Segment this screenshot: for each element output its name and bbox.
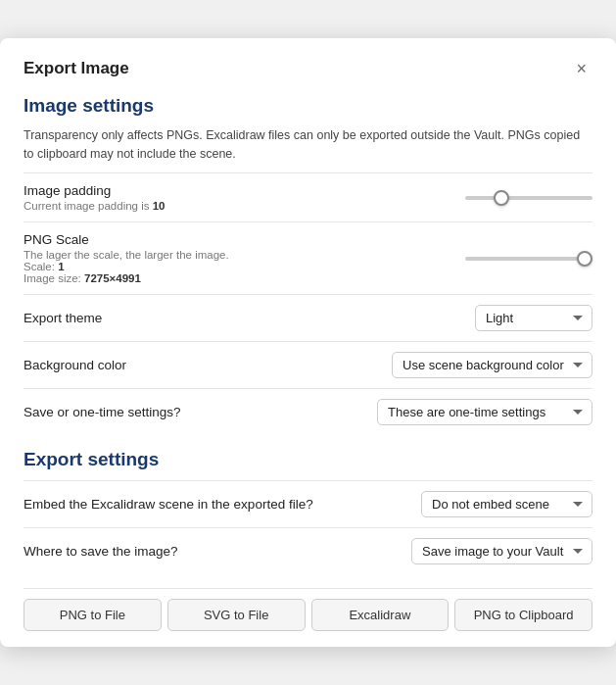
- png-scale-slider[interactable]: [465, 257, 592, 261]
- bottom-buttons: PNG to File SVG to File Excalidraw PNG t…: [24, 588, 592, 631]
- svg-to-file-button[interactable]: SVG to File: [167, 599, 306, 631]
- png-to-clipboard-button[interactable]: PNG to Clipboard: [454, 599, 592, 631]
- save-location-right: Save image to your Vault Save to custom …: [411, 538, 592, 564]
- save-location-row: Where to save the image? Save image to y…: [24, 527, 592, 574]
- background-color-label: Background color: [24, 358, 392, 372]
- background-color-row: Background color Use scene background co…: [24, 341, 592, 388]
- background-color-left: Background color: [24, 358, 392, 372]
- save-settings-dropdown[interactable]: These are one-time settings Save setting…: [377, 399, 592, 425]
- save-location-dropdown[interactable]: Save image to your Vault Save to custom …: [411, 538, 592, 564]
- save-settings-row: Save or one-time settings? These are one…: [24, 388, 592, 435]
- dialog-header: Export Image ×: [24, 58, 592, 79]
- image-padding-label: Image padding: [24, 183, 465, 198]
- background-color-right: Use scene background color White Transpa…: [392, 352, 592, 378]
- image-padding-left: Image padding Current image padding is 1…: [24, 183, 465, 212]
- export-theme-dropdown[interactable]: Light Dark: [475, 305, 592, 331]
- save-settings-right: These are one-time settings Save setting…: [377, 399, 592, 425]
- embed-scene-right: Do not embed scene Embed scene: [421, 491, 592, 517]
- embed-scene-left: Embed the Excalidraw scene in the export…: [24, 497, 421, 512]
- embed-scene-label: Embed the Excalidraw scene in the export…: [24, 497, 421, 512]
- embed-scene-row: Embed the Excalidraw scene in the export…: [24, 480, 592, 527]
- export-settings-section: Export settings Embed the Excalidraw sce…: [24, 449, 592, 574]
- png-to-file-button[interactable]: PNG to File: [24, 599, 162, 631]
- save-settings-left: Save or one-time settings?: [24, 405, 377, 419]
- png-scale-right: [465, 257, 592, 261]
- save-location-label: Where to save the image?: [24, 544, 411, 559]
- export-theme-right: Light Dark: [475, 305, 592, 331]
- image-padding-slider[interactable]: [465, 196, 592, 200]
- png-scale-label: PNG Scale: [24, 232, 465, 247]
- save-location-left: Where to save the image?: [24, 544, 411, 559]
- image-padding-right: [465, 196, 592, 200]
- image-settings-section: Image settings Transparency only affects…: [24, 95, 592, 436]
- png-scale-left: PNG Scale The lager the scale, the large…: [24, 232, 465, 284]
- png-scale-row: PNG Scale The lager the scale, the large…: [24, 221, 592, 294]
- png-scale-slider-container: [465, 257, 592, 261]
- embed-scene-dropdown[interactable]: Do not embed scene Embed scene: [421, 491, 592, 517]
- export-theme-label: Export theme: [24, 311, 475, 325]
- export-theme-row: Export theme Light Dark: [24, 294, 592, 341]
- png-scale-sublabel: The lager the scale, the larger the imag…: [24, 249, 465, 284]
- export-image-dialog: Export Image × Image settings Transparen…: [0, 38, 616, 648]
- info-text: Transparency only affects PNGs. Excalidr…: [24, 126, 592, 164]
- image-padding-slider-container: [465, 196, 592, 200]
- image-padding-sublabel: Current image padding is 10: [24, 200, 465, 212]
- export-settings-title: Export settings: [24, 449, 592, 470]
- excalidraw-button[interactable]: Excalidraw: [311, 599, 450, 631]
- background-color-dropdown[interactable]: Use scene background color White Transpa…: [392, 352, 592, 378]
- save-settings-label: Save or one-time settings?: [24, 405, 377, 419]
- close-button[interactable]: ×: [570, 58, 592, 79]
- image-settings-title: Image settings: [24, 95, 592, 117]
- image-padding-row: Image padding Current image padding is 1…: [24, 172, 592, 221]
- dialog-title: Export Image: [24, 59, 129, 78]
- export-theme-left: Export theme: [24, 311, 475, 325]
